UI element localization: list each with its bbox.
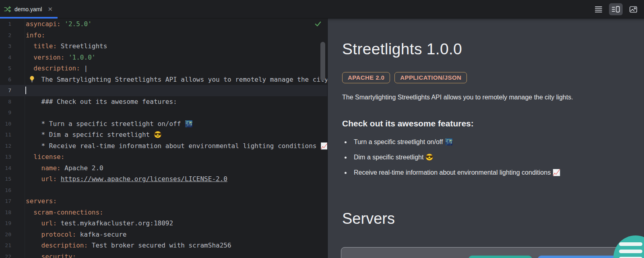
line-number: 13	[0, 151, 11, 163]
servers-heading: Servers	[342, 210, 644, 227]
code-text: protocol: kafka-secure	[26, 229, 126, 240]
show-preview-only-button[interactable]	[626, 3, 640, 15]
code-text: * Turn a specific streetlight on/off 🌃	[26, 118, 193, 130]
code-text: scram-connections:	[26, 207, 103, 218]
yaml-file-arrows-icon	[4, 6, 11, 13]
api-badge: APACHE 2.0	[342, 72, 390, 83]
code-text: asyncapi: '2.5.0'	[26, 19, 92, 30]
burger-line	[619, 242, 642, 246]
line-number: 12	[0, 140, 11, 152]
code-line[interactable]: 12 * Receive real-time information about…	[0, 140, 327, 152]
code-text: servers:	[26, 196, 57, 207]
line-number: 22	[0, 251, 11, 258]
code-line[interactable]: 13 license:	[0, 151, 327, 163]
line-number: 3	[0, 41, 11, 52]
code-line[interactable]: 5 description: |	[0, 63, 327, 74]
code-line[interactable]: 11 * Dim a specific streetlight 😎	[0, 129, 327, 140]
code-text: * Receive real-time information about en…	[26, 140, 327, 152]
preview-only-image-icon	[629, 6, 638, 13]
code-line[interactable]: 6 The Smartylighting Streetlights API al…	[0, 74, 327, 85]
code-text: description: |	[26, 63, 88, 74]
code-line[interactable]: 19 url: test.mykafkacluster.org:18092	[0, 218, 327, 229]
editor-only-lines-icon	[594, 6, 603, 13]
code-text: security:	[26, 251, 76, 258]
line-number: 14	[0, 163, 11, 174]
line-number: 5	[0, 63, 11, 74]
tab-label: demo.yaml	[14, 6, 42, 12]
code-text: name: Apache 2.0	[26, 163, 103, 174]
code-text: title: Streetlights	[26, 41, 107, 52]
code-line[interactable]: 17servers:	[0, 196, 327, 207]
line-number: 19	[0, 218, 11, 229]
editor-scrollbar-thumb[interactable]	[320, 42, 325, 81]
code-line[interactable]: 20 protocol: kafka-secure	[0, 229, 327, 240]
code-text: ### Check out its awesome features:	[26, 96, 177, 107]
code-line[interactable]: 8 ### Check out its awesome features:	[0, 96, 327, 107]
code-line[interactable]: 21 description: Test broker secured with…	[0, 240, 327, 251]
code-text: description: Test broker secured with sc…	[26, 240, 231, 251]
code-line[interactable]: 14 name: Apache 2.0	[0, 163, 327, 174]
line-number: 1	[0, 19, 11, 30]
code-line[interactable]: 4 version: '1.0.0'	[0, 52, 327, 63]
code-line[interactable]: 22 security:	[0, 251, 327, 258]
code-line[interactable]: 18 scram-connections:	[0, 207, 327, 218]
line-number: 8	[0, 96, 11, 107]
line-number: 6	[0, 74, 11, 85]
features-heading: Check out its awesome features:	[342, 119, 644, 128]
api-badges: APACHE 2.0APPLICATION/JSON	[342, 72, 644, 83]
line-number: 7	[0, 85, 11, 96]
code-line[interactable]: 3 title: Streetlights	[0, 41, 327, 52]
ide-window: demo.yaml ✕	[0, 0, 644, 258]
code-editor[interactable]: 1asyncapi: '2.5.0'2info:3 title: Streetl…	[0, 19, 327, 258]
burger-menu-button[interactable]	[613, 235, 644, 258]
code-line[interactable]: 15 url: https://www.apache.org/licenses/…	[0, 173, 327, 185]
tab-demo-yaml[interactable]: demo.yaml ✕	[0, 0, 58, 18]
asyncapi-preview-pane: Streetlights 1.0.0 APACHE 2.0APPLICATION…	[327, 19, 644, 258]
show-editor-only-button[interactable]	[592, 3, 605, 15]
feature-item: Receive real-time information about envi…	[351, 169, 644, 176]
line-number: 11	[0, 129, 11, 140]
code-line[interactable]: 9	[0, 107, 327, 118]
line-number: 20	[0, 229, 11, 240]
burger-line	[619, 250, 642, 253]
server-tag-teal	[469, 256, 532, 258]
code-line[interactable]: 2info:	[0, 30, 327, 41]
code-text: info:	[26, 30, 45, 41]
line-number: 16	[0, 185, 11, 196]
api-description: The Smartylighting Streetlights API allo…	[342, 94, 644, 101]
features-list: Turn a specific streetlight on/off 🌃Dim …	[342, 138, 644, 176]
code-text: url: test.mykafkacluster.org:18092	[26, 218, 173, 229]
code-lines: 1asyncapi: '2.5.0'2info:3 title: Streetl…	[0, 19, 327, 258]
license-url-link[interactable]: https://www.apache.org/licenses/LICENSE-…	[61, 175, 227, 183]
line-number: 15	[0, 173, 11, 185]
code-text: * Dim a specific streetlight 😎	[26, 129, 162, 140]
show-editor-and-preview-button[interactable]	[609, 3, 623, 15]
code-line[interactable]: 16	[0, 185, 327, 196]
api-title: Streetlights 1.0.0	[342, 40, 644, 58]
line-number: 10	[0, 118, 11, 130]
api-badge: APPLICATION/JSON	[394, 72, 467, 83]
server-card	[341, 247, 644, 258]
inspections-passed-check-icon[interactable]	[314, 20, 322, 29]
code-text: url: https://www.apache.org/licenses/LIC…	[26, 173, 227, 185]
code-text: license:	[26, 151, 64, 163]
editor-tab-bar: demo.yaml ✕	[0, 0, 644, 19]
code-line[interactable]: 7	[0, 85, 327, 96]
code-line[interactable]: 1asyncapi: '2.5.0'	[0, 19, 327, 30]
line-number: 2	[0, 30, 11, 41]
code-line[interactable]: 10 * Turn a specific streetlight on/off …	[0, 118, 327, 130]
feature-item: Turn a specific streetlight on/off 🌃	[351, 138, 644, 146]
line-number: 4	[0, 52, 11, 63]
preview-mode-toolbar	[592, 2, 640, 16]
code-text: The Smartylighting Streetlights API allo…	[26, 74, 327, 85]
line-number: 21	[0, 240, 11, 251]
editor-and-preview-split-icon	[611, 6, 620, 13]
feature-item: Dim a specific streetlight 😎	[351, 153, 644, 161]
line-number: 17	[0, 196, 11, 207]
text-caret	[25, 87, 26, 94]
line-number: 9	[0, 107, 11, 118]
tab-close-icon[interactable]: ✕	[47, 6, 53, 12]
line-number: 18	[0, 207, 11, 218]
code-text: version: '1.0.0'	[26, 52, 95, 63]
